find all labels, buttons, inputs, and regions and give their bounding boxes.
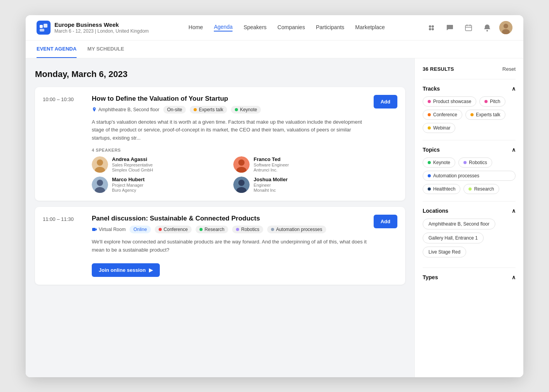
chevron-up-icon: ∧	[512, 86, 516, 92]
event-name: Europe Business Week	[54, 21, 149, 28]
speaker-avatar	[92, 156, 108, 173]
header-icons	[425, 21, 512, 34]
locations-section: Locations ∧ Amphitheatre B, Second floor…	[423, 201, 516, 261]
video-icon	[92, 227, 97, 232]
topic-tag[interactable]: Keynote	[423, 158, 455, 168]
session-meta: Amphitheatre B, Second floor On-site Exp…	[92, 106, 367, 114]
reset-button[interactable]: Reset	[502, 66, 516, 72]
speaker-role: Engineer	[254, 183, 287, 187]
location-tag[interactable]: Live Stage Red	[423, 247, 466, 257]
tag-keynote: Keynote	[231, 106, 261, 114]
speaker-info: Marco Hubert Project Manager Buro Agency	[112, 177, 145, 192]
calendar-icon[interactable]	[462, 21, 475, 34]
session-actions: Add	[374, 95, 397, 193]
speaker-company: Buro Agency	[112, 188, 145, 192]
tag-dot	[428, 126, 431, 130]
tab-event-agenda[interactable]: EVENT AGENDA	[37, 40, 77, 58]
track-tag[interactable]: Product showcase	[423, 96, 476, 107]
svg-point-11	[486, 30, 488, 32]
day-header: Monday, March 6, 2023	[35, 69, 405, 79]
user-avatar[interactable]	[499, 21, 512, 34]
svg-point-23	[97, 180, 103, 186]
svg-point-26	[238, 180, 245, 186]
topics-tags: Keynote Robotics Automation processes He…	[423, 158, 516, 194]
event-info: Europe Business Week March 6 - 12, 2023 …	[54, 21, 149, 34]
location-tag[interactable]: Gallery Hall, Entrance 1	[423, 233, 484, 243]
main-content: Monday, March 6, 2023 10:00 – 10:30 How …	[26, 58, 523, 377]
nav-companies[interactable]: Companies	[278, 24, 305, 31]
session-location: Amphitheatre B, Second floor	[92, 107, 159, 112]
nav-agenda[interactable]: Agenda	[214, 24, 233, 32]
tag-dot	[199, 228, 203, 231]
topic-tag[interactable]: Research	[463, 184, 499, 194]
nav-speakers[interactable]: Speakers	[243, 24, 266, 31]
track-tag[interactable]: Pitch	[479, 96, 505, 107]
topics-section: Topics ∧ Keynote Robotics Automation pro…	[423, 140, 516, 194]
svg-point-17	[97, 159, 103, 166]
speaker-company: Antrunci Inc.	[254, 168, 289, 172]
nav-participants[interactable]: Participants	[316, 24, 344, 31]
join-session-button[interactable]: Join online session ▶	[92, 263, 160, 277]
bell-icon[interactable]	[481, 21, 494, 34]
speakers-count: 4 SPEAKERS	[92, 148, 367, 152]
main-nav: Home Agenda Speakers Companies Participa…	[149, 24, 425, 32]
chevron-up-icon: ∧	[512, 274, 516, 280]
session-location: Virtual Room	[92, 227, 126, 232]
nav-marketplace[interactable]: Marketplace	[355, 24, 385, 31]
nav-home[interactable]: Home	[189, 24, 203, 31]
track-tag[interactable]: Webinar	[423, 123, 455, 133]
svg-rect-0	[40, 25, 43, 28]
speakers-grid: Andrea Agassi Sales Representative Simpl…	[92, 156, 367, 193]
speaker-avatar	[233, 156, 250, 173]
track-tag[interactable]: Conference	[423, 110, 462, 120]
filter-sidebar: 36 RESULTS Reset Tracks ∧ Product showca…	[414, 58, 523, 377]
apps-icon[interactable]	[425, 21, 438, 34]
session-body: Panel discussion: Sustainable & Connecte…	[92, 215, 367, 277]
chat-icon[interactable]	[443, 21, 456, 34]
tag-dot	[428, 174, 431, 177]
types-title[interactable]: Types ∧	[423, 274, 516, 280]
tag-experts: Experts talk	[190, 106, 227, 114]
location-icon	[92, 107, 97, 112]
add-session-button[interactable]: Add	[374, 95, 397, 108]
topic-tag[interactable]: Healthtech	[423, 184, 460, 194]
speaker-role: Sales Representative	[112, 163, 153, 167]
speaker-company: Monaiht Inc	[254, 188, 287, 192]
speaker-item: Joshua Moller Engineer Monaiht Inc	[233, 177, 367, 193]
tag-dot	[271, 228, 274, 231]
tag-dot	[463, 161, 467, 164]
svg-point-20	[238, 159, 245, 166]
topic-tag[interactable]: Robotics	[458, 158, 492, 168]
tag-label: Webinar	[433, 125, 450, 131]
topics-title[interactable]: Topics ∧	[423, 147, 516, 153]
location-tag[interactable]: Amphitheatre B, Second floor	[423, 219, 495, 229]
svg-point-13	[504, 24, 508, 28]
session-body: How to Define the Valuation of Your Star…	[92, 95, 367, 193]
logo-area: Europe Business Week March 6 - 12, 2023 …	[37, 21, 149, 35]
tab-my-schedule[interactable]: MY SCHEDULE	[87, 40, 124, 58]
tag-label: Research	[474, 186, 494, 192]
tag-label: Automation processes	[433, 173, 479, 178]
speaker-name: Andrea Agassi	[112, 156, 153, 162]
session-title: How to Define the Valuation of Your Star…	[92, 95, 367, 103]
tag-label: Pitch	[490, 99, 500, 104]
tag-label: Robotics	[469, 160, 487, 165]
svg-rect-28	[92, 228, 96, 231]
topic-tag[interactable]: Automation processes	[423, 171, 516, 181]
tracks-title[interactable]: Tracks ∧	[423, 86, 516, 92]
session-time: 10:00 – 10:30	[43, 95, 86, 193]
app-logo[interactable]	[37, 21, 51, 35]
add-session-button[interactable]: Add	[374, 215, 397, 228]
tag-label: Product showcase	[433, 99, 471, 104]
session-title: Panel discussion: Sustainable & Connecte…	[92, 215, 367, 222]
track-tag[interactable]: Experts talk	[465, 110, 505, 120]
svg-point-3	[429, 25, 431, 28]
location-text: Virtual Room	[99, 227, 126, 232]
locations-title[interactable]: Locations ∧	[423, 208, 516, 214]
session-card: 11:00 – 11:30 Panel discussion: Sustaina…	[35, 207, 405, 285]
tabs-bar: EVENT AGENDA MY SCHEDULE	[26, 40, 523, 58]
join-label: Join online session	[99, 267, 146, 273]
locations-list: Amphitheatre B, Second floor Gallery Hal…	[423, 219, 516, 261]
header: Europe Business Week March 6 - 12, 2023 …	[26, 15, 523, 40]
tag-dot	[236, 228, 239, 231]
